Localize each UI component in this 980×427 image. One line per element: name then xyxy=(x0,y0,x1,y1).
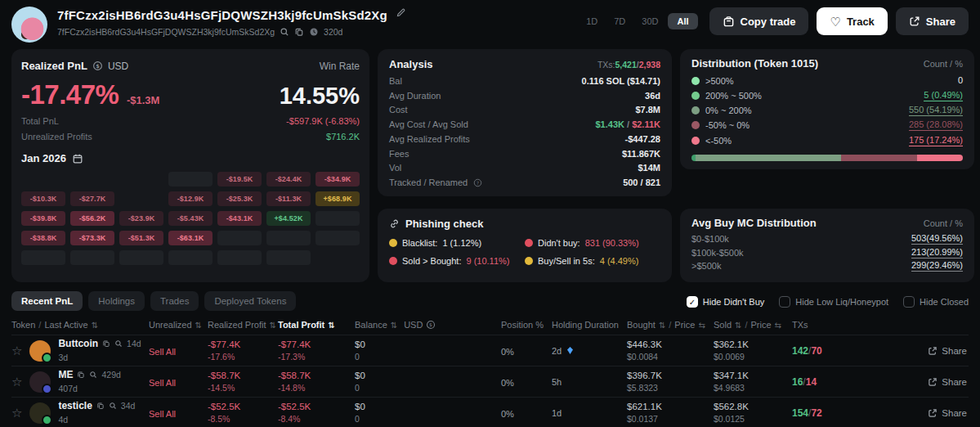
calendar-day-cell[interactable]: -$19.5K xyxy=(217,172,262,187)
share-button[interactable]: Share xyxy=(896,7,969,35)
search-token-icon[interactable] xyxy=(109,402,117,410)
range-dot xyxy=(691,106,700,115)
search-token-icon[interactable] xyxy=(89,371,97,379)
edit-pencil-icon[interactable] xyxy=(396,7,406,18)
copy-trade-button[interactable]: Copy trade xyxy=(709,7,809,35)
col-realized-profit[interactable]: Realized Profit ⇅ xyxy=(208,320,278,330)
sold-usd: $562.8K xyxy=(714,401,792,414)
usd-coin-icon[interactable]: $ xyxy=(426,320,436,330)
calendar-day-cell[interactable]: -$63.1K xyxy=(168,231,213,245)
calendar-day-cell[interactable]: -$38.8K xyxy=(21,231,65,245)
range-count[interactable]: 5 (0.49%) xyxy=(924,90,963,101)
favorite-star-icon[interactable]: ☆ xyxy=(11,406,22,420)
row-share-button[interactable]: Share xyxy=(928,377,969,387)
search-token-icon[interactable] xyxy=(114,339,123,348)
status-dot xyxy=(389,257,397,265)
col-sold-price[interactable]: Sold ⇅ / Price ⇆ xyxy=(714,320,792,330)
wallet-age: 320d xyxy=(324,27,342,37)
txs-sell-count: 14 xyxy=(806,376,817,388)
sell-all-button[interactable]: Sell All xyxy=(149,409,176,419)
range-count[interactable]: 285 (28.08%) xyxy=(909,119,963,131)
token-name[interactable]: testicle xyxy=(58,400,92,411)
mc-range-count[interactable]: 213(20.99%) xyxy=(911,247,963,258)
timeframe-30d[interactable]: 30D xyxy=(635,13,665,29)
calendar-day-cell[interactable]: -$27.7K xyxy=(70,191,114,206)
analysis-row-value: -$447.28 xyxy=(625,134,660,144)
tab-holdings[interactable]: Holdings xyxy=(88,291,145,311)
txs-sell-count: 2,938 xyxy=(639,60,660,70)
analysis-row: Avg Cost / Avg Sold $1.43K / $2.11K xyxy=(389,119,660,129)
calendar-day-cell[interactable]: -$43.1K xyxy=(217,211,262,226)
realized-profit-value: -$58.7K xyxy=(208,370,278,383)
sell-all-button[interactable]: Sell All xyxy=(149,347,176,357)
hide-closed-checkbox[interactable]: Hide Closed xyxy=(903,296,969,308)
col-bought-price[interactable]: Bought ⇅ / Price ⇆ xyxy=(627,320,714,330)
col-balance[interactable]: Balance ⇅ USD $ xyxy=(355,320,501,330)
copy-token-icon[interactable] xyxy=(96,402,105,410)
row-share-button[interactable]: Share xyxy=(928,346,969,356)
calendar-day-cell[interactable]: +$68.9K xyxy=(315,191,360,206)
currency-label[interactable]: USD xyxy=(108,61,128,72)
range-count[interactable]: 175 (17.24%) xyxy=(909,135,963,146)
col-unrealized[interactable]: Unrealized ⇅ xyxy=(149,320,208,330)
holding-duration: 2d xyxy=(552,346,562,356)
calendar-day-cell xyxy=(217,250,262,265)
calendar-day-cell[interactable]: -$11.3K xyxy=(266,191,311,206)
row-share-button[interactable]: Share xyxy=(928,408,969,418)
mc-range-count[interactable]: 299(29.46%) xyxy=(911,260,963,272)
col-token-last-active[interactable]: Token / Last Active ⇅ xyxy=(11,320,149,330)
token-name[interactable]: Buttcoin xyxy=(58,338,98,349)
svg-text:$: $ xyxy=(429,321,432,327)
calendar-day-cell[interactable]: -$24.4K xyxy=(266,172,311,187)
tab-recent-pnl[interactable]: Recent PnL xyxy=(11,291,83,311)
position-pct: 0% xyxy=(501,347,514,357)
usd-coin-icon[interactable]: $ xyxy=(92,61,103,71)
sell-all-button[interactable]: Sell All xyxy=(149,378,176,388)
timeframe-7d[interactable]: 7D xyxy=(607,13,632,29)
calendar-day-cell[interactable]: -$5.43K xyxy=(168,211,213,226)
distribution-row: 0% ~ 200% 550 (54.19%) xyxy=(691,105,963,116)
calendar-day-cell[interactable]: -$23.9K xyxy=(119,211,163,226)
timeframe-all[interactable]: All xyxy=(668,13,697,29)
range-label: 0% ~ 200% xyxy=(705,106,752,115)
search-icon[interactable] xyxy=(280,27,289,37)
calendar-day-cell[interactable]: -$39.8K xyxy=(21,211,65,226)
token-name[interactable]: ME xyxy=(58,369,73,380)
avg-sold-value: $2.11K xyxy=(632,119,660,129)
calendar-day-cell[interactable]: -$34.9K xyxy=(315,172,360,187)
copy-address-icon[interactable] xyxy=(294,27,304,37)
mc-range-count[interactable]: 503(49.56%) xyxy=(911,233,963,245)
realized-profit-pct: -8.5% xyxy=(208,413,278,425)
bar-segment xyxy=(696,155,841,161)
calendar-day-cell[interactable]: -$25.3K xyxy=(217,191,262,206)
track-button[interactable]: ♡ Track xyxy=(817,7,887,35)
checkbox-label: Hide Didn't Buy xyxy=(703,297,764,307)
sort-icon: ⇅ xyxy=(391,321,397,330)
distribution-stacked-bar xyxy=(691,155,963,161)
favorite-star-icon[interactable]: ☆ xyxy=(11,375,22,389)
hide-didnt-buy-checkbox[interactable]: ✓ Hide Didn't Buy xyxy=(687,296,764,308)
copy-token-icon[interactable] xyxy=(102,339,110,348)
calendar-day-cell[interactable]: -$51.3K xyxy=(119,231,163,245)
tab-trades[interactable]: Trades xyxy=(150,291,199,311)
calendar-day-cell xyxy=(315,211,360,226)
calendar-day-cell[interactable]: -$10.3K xyxy=(21,191,65,206)
sold-usd: $362.1K xyxy=(714,339,792,352)
timeframe-1d[interactable]: 1D xyxy=(579,13,604,29)
copy-token-icon[interactable] xyxy=(77,371,85,379)
analysis-row-label: Avg Realized Profits xyxy=(389,134,470,144)
col-label: TXs xyxy=(792,320,808,330)
calendar-day-cell[interactable]: +$4.52K xyxy=(266,211,311,226)
col-total-profit[interactable]: Total Profit ⇅ xyxy=(278,320,355,330)
favorite-star-icon[interactable]: ☆ xyxy=(11,344,22,358)
calendar-day-cell[interactable]: -$56.2K xyxy=(70,211,114,226)
balance-qty: 0 xyxy=(355,382,501,393)
tab-deployed-tokens[interactable]: Deployed Tokens xyxy=(204,291,296,311)
hide-low-liq-checkbox[interactable]: Hide Low Liq/Honeypot xyxy=(779,296,888,308)
calendar-day-cell[interactable]: -$73.3K xyxy=(70,231,114,245)
total-profit-value: -$77.4K xyxy=(278,339,355,352)
calendar-icon[interactable] xyxy=(72,153,83,164)
help-question-icon[interactable]: ? xyxy=(473,178,482,187)
range-count[interactable]: 550 (54.19%) xyxy=(909,105,963,116)
calendar-day-cell[interactable]: -$12.9K xyxy=(168,191,213,206)
